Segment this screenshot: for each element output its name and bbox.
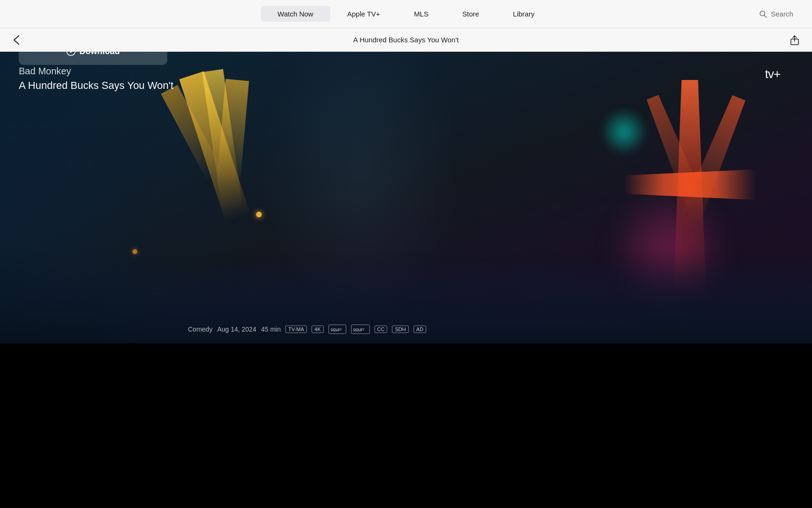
share-button[interactable] bbox=[787, 33, 803, 47]
share-icon bbox=[790, 35, 799, 45]
svg-text:VISION: VISION bbox=[331, 329, 339, 332]
episode-title-hero: A Hundred Bucks Says You Won't bbox=[19, 79, 173, 92]
search-label: Search bbox=[771, 10, 793, 18]
action-buttons: ▶ Play S1, E2 Download bbox=[19, 52, 167, 65]
top-navigation: Watch Now Apple TV+ MLS Store Library Se… bbox=[0, 0, 812, 28]
badge-sdh: SDH bbox=[392, 325, 408, 333]
nav-tabs: Watch Now Apple TV+ MLS Store Library bbox=[261, 6, 552, 22]
search-button[interactable]: Search bbox=[759, 10, 793, 18]
badge-4k: 4K bbox=[312, 325, 323, 333]
release-date: Aug 14, 2024 bbox=[217, 325, 256, 333]
svg-text:tv+: tv+ bbox=[765, 67, 780, 81]
dot-light-1 bbox=[256, 212, 262, 217]
badge-ad: AD bbox=[414, 325, 426, 333]
dolby-atmos-icon: DOLBY ATMOS bbox=[353, 325, 367, 332]
nav-tab-library[interactable]: Library bbox=[496, 6, 552, 22]
download-icon bbox=[66, 52, 76, 56]
nav-tab-mls[interactable]: MLS bbox=[397, 6, 445, 22]
teal-accent bbox=[601, 108, 648, 155]
apple-tv-plus-icon: tv+ bbox=[765, 66, 793, 81]
duration-label: 45 min bbox=[261, 325, 281, 333]
breadcrumb-title: A Hundred Bucks Says You Won't bbox=[353, 36, 459, 44]
breadcrumb-bar: A Hundred Bucks Says You Won't bbox=[0, 28, 812, 52]
search-icon bbox=[759, 10, 767, 18]
series-name: Bad Monkey bbox=[19, 66, 173, 77]
hero-show-title: Bad Monkey A Hundred Bucks Says You Won'… bbox=[19, 66, 173, 92]
download-label: Download bbox=[79, 52, 120, 56]
hero-area: Bad Monkey A Hundred Bucks Says You Won'… bbox=[0, 52, 812, 343]
download-button[interactable]: Download bbox=[19, 52, 167, 65]
nav-tab-watch-now[interactable]: Watch Now bbox=[261, 6, 330, 22]
nav-tab-store[interactable]: Store bbox=[445, 6, 496, 22]
badge-dolby-atmos: DOLBY ATMOS bbox=[351, 325, 370, 334]
svg-text:ATMOS: ATMOS bbox=[353, 329, 362, 332]
badge-cc: CC bbox=[375, 325, 388, 333]
back-button[interactable] bbox=[9, 33, 23, 47]
genre-label: Comedy bbox=[188, 325, 212, 333]
meta-badges: Comedy Aug 14, 2024 45 min TV-MA 4K DOLB… bbox=[188, 325, 426, 343]
dolby-vision-icon: DOLBY VISION bbox=[331, 325, 344, 332]
nav-tab-apple-tv[interactable]: Apple TV+ bbox=[330, 6, 397, 22]
badge-dolby-vision: DOLBY VISION bbox=[328, 325, 346, 334]
chevron-left-icon bbox=[13, 35, 20, 45]
badge-tvma: TV-MA bbox=[285, 325, 307, 333]
apple-tv-logo: tv+ bbox=[763, 66, 793, 81]
svg-line-1 bbox=[765, 15, 767, 17]
